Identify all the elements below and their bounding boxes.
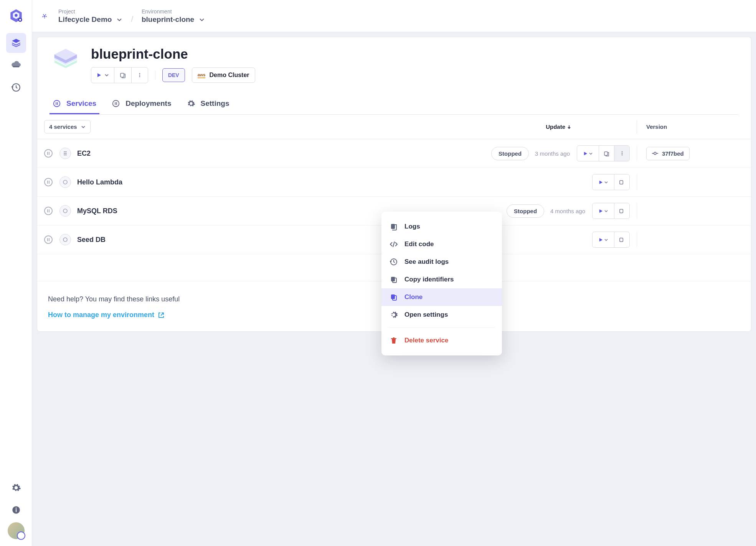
svg-point-13 bbox=[54, 100, 60, 107]
environment-title: blueprint-clone bbox=[91, 46, 255, 62]
tab-bar: Services Deployments Settings bbox=[50, 94, 739, 115]
row-play-button[interactable] bbox=[577, 146, 599, 161]
play-icon bbox=[583, 151, 588, 156]
environment-label: Environment bbox=[142, 8, 205, 15]
service-type-icon bbox=[59, 205, 71, 217]
row-logs-button[interactable] bbox=[614, 203, 629, 219]
pause-circle-icon bbox=[53, 99, 61, 108]
nav-settings[interactable] bbox=[6, 478, 26, 498]
row-logs-button[interactable] bbox=[614, 232, 629, 247]
row-more-button[interactable] bbox=[614, 146, 629, 161]
chevron-down-icon bbox=[199, 16, 205, 23]
row-play-button[interactable] bbox=[593, 232, 614, 247]
breadcrumb-environment[interactable]: Environment blueprint-clone bbox=[142, 8, 205, 24]
service-name[interactable]: MySQL RDS bbox=[77, 207, 117, 215]
svg-point-0 bbox=[15, 14, 17, 16]
column-update[interactable]: Update bbox=[546, 123, 571, 130]
menu-item-audit-logs[interactable]: See audit logs bbox=[381, 253, 502, 271]
svg-rect-33 bbox=[391, 224, 395, 229]
menu-item-delete-service[interactable]: Delete service bbox=[381, 332, 502, 349]
more-vertical-icon bbox=[619, 151, 625, 156]
row-play-button[interactable] bbox=[593, 174, 614, 190]
updated-ago: 4 months ago bbox=[550, 208, 585, 214]
user-avatar[interactable] bbox=[8, 522, 25, 539]
project-icon bbox=[39, 11, 50, 21]
svg-point-6 bbox=[15, 508, 17, 509]
dev-badge[interactable]: DEV bbox=[162, 68, 185, 82]
chevron-down-icon bbox=[604, 238, 608, 242]
service-row: EC2 Stopped 3 months ago 37f7bed bbox=[37, 139, 751, 168]
cluster-selector[interactable]: aws Demo Cluster bbox=[192, 67, 255, 83]
svg-point-31 bbox=[63, 238, 67, 242]
version-hash: 37f7bed bbox=[662, 150, 684, 157]
row-action-group bbox=[592, 203, 630, 219]
status-icon bbox=[44, 235, 53, 244]
project-name: Lifecycle Demo bbox=[58, 15, 112, 24]
row-logs-button[interactable] bbox=[599, 146, 614, 161]
cluster-name: Demo Cluster bbox=[209, 72, 249, 79]
service-name[interactable]: Hello Lambda bbox=[77, 178, 122, 186]
svg-point-2 bbox=[19, 19, 21, 21]
menu-divider bbox=[388, 327, 495, 328]
more-button[interactable] bbox=[131, 67, 148, 83]
commit-icon bbox=[652, 150, 658, 156]
status-icon bbox=[44, 207, 53, 215]
svg-rect-21 bbox=[64, 155, 67, 155]
svg-rect-9 bbox=[120, 73, 124, 77]
aws-icon: aws bbox=[198, 72, 206, 78]
nav-clusters[interactable] bbox=[6, 55, 26, 75]
svg-point-27 bbox=[63, 180, 67, 184]
row-logs-button[interactable] bbox=[614, 174, 629, 190]
service-name[interactable]: Seed DB bbox=[77, 236, 106, 244]
menu-item-logs[interactable]: Logs bbox=[381, 218, 502, 235]
services-filter[interactable]: 4 services bbox=[44, 120, 91, 133]
gear-icon bbox=[390, 311, 398, 319]
help-link-manage-env[interactable]: How to manage my environment bbox=[48, 311, 164, 319]
logs-button[interactable] bbox=[114, 67, 131, 83]
menu-label: Clone bbox=[404, 293, 423, 301]
play-button[interactable] bbox=[91, 67, 114, 83]
row-play-button[interactable] bbox=[593, 203, 614, 219]
trash-icon bbox=[390, 337, 398, 344]
row-action-group bbox=[592, 174, 630, 190]
menu-item-edit-code[interactable]: Edit code bbox=[381, 235, 502, 253]
layers-icon bbox=[11, 38, 21, 48]
nav-environments[interactable] bbox=[6, 33, 26, 53]
menu-item-clone[interactable]: Clone bbox=[381, 288, 502, 306]
app-logo bbox=[8, 8, 24, 24]
service-name[interactable]: EC2 bbox=[77, 150, 91, 158]
nav-history[interactable] bbox=[6, 77, 26, 97]
history-icon bbox=[390, 258, 398, 266]
sidebar bbox=[0, 0, 32, 546]
project-label: Project bbox=[58, 8, 122, 15]
help-link-label: How to manage my environment bbox=[48, 311, 154, 319]
svg-rect-28 bbox=[620, 180, 623, 184]
tab-services[interactable]: Services bbox=[50, 94, 99, 114]
svg-point-24 bbox=[621, 153, 622, 154]
environment-icon bbox=[50, 46, 82, 79]
status-icon bbox=[44, 178, 53, 186]
chevron-down-icon bbox=[105, 73, 109, 77]
logs-icon bbox=[604, 151, 609, 156]
menu-item-copy-identifiers[interactable]: Copy identifiers bbox=[381, 271, 502, 288]
tab-label: Settings bbox=[201, 99, 229, 108]
logs-icon bbox=[619, 179, 625, 185]
version-button[interactable]: 37f7bed bbox=[646, 147, 690, 160]
menu-item-open-settings[interactable]: Open settings bbox=[381, 306, 502, 324]
breadcrumb-project[interactable]: Project Lifecycle Demo bbox=[58, 8, 122, 24]
tab-deployments[interactable]: Deployments bbox=[109, 94, 174, 114]
status-icon bbox=[44, 149, 53, 158]
info-icon bbox=[11, 505, 21, 515]
svg-rect-22 bbox=[604, 151, 607, 155]
code-icon bbox=[390, 240, 398, 248]
table-header: 4 services Update Version bbox=[37, 115, 751, 139]
svg-rect-18 bbox=[116, 102, 117, 105]
chevron-down-icon bbox=[604, 209, 608, 213]
chevron-down-icon bbox=[116, 16, 122, 23]
svg-rect-14 bbox=[56, 102, 56, 105]
play-icon bbox=[599, 180, 603, 184]
tab-settings[interactable]: Settings bbox=[184, 94, 233, 114]
svg-rect-3 bbox=[13, 66, 19, 67]
nav-info[interactable] bbox=[6, 500, 26, 520]
tab-label: Services bbox=[66, 99, 96, 108]
